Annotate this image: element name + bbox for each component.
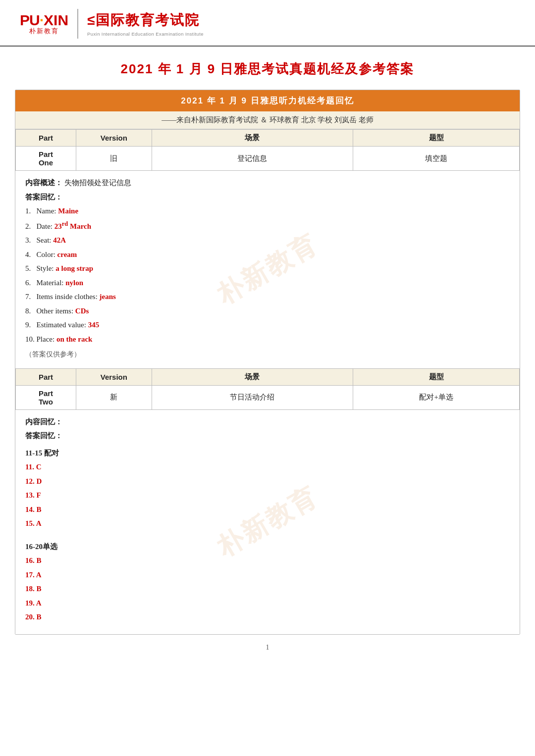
answer-13-value: F — [37, 491, 41, 499]
part-two-content-container: 朴新教育 内容回忆： 答案回忆： 11-15 配对 11. C 12. D 13… — [15, 410, 520, 634]
answer-18-num: 18. — [25, 585, 37, 593]
part-one-label: Part One — [16, 147, 76, 171]
answer-recall-label-2: 答案回忆： — [25, 429, 510, 443]
answer-15-num: 15. — [25, 519, 36, 527]
answer-7-value: jeans — [100, 293, 116, 301]
answer-12-value: D — [37, 477, 42, 485]
answer-6-prefix: Material: — [37, 279, 66, 287]
answer-13-num: 13. — [25, 491, 37, 499]
th-type-2: 题型 — [353, 368, 520, 385]
logo-institute-chinese: ≤国际教育考试院 — [87, 11, 200, 30]
answer-8: 8. Other items: CDs — [25, 304, 510, 318]
th-scene: 场景 — [152, 130, 353, 147]
content-recall-label: 内容回忆： — [25, 415, 510, 429]
part-two-version: 新 — [76, 385, 152, 409]
part-one-type: 填空题 — [353, 147, 520, 171]
part-two-label: Part Two — [16, 385, 76, 409]
answer-19-value: A — [36, 599, 42, 607]
group2-title: 16-20单选 — [25, 540, 510, 554]
answer-9-prefix: Estimated value: — [37, 321, 88, 329]
answer-9: 9. Estimated value: 345 — [25, 318, 510, 332]
answer-1-value: Maine — [58, 207, 78, 215]
answer-17-value: A — [36, 571, 42, 579]
answer-15-value: A — [36, 519, 42, 527]
th-scene-2: 场景 — [152, 368, 353, 385]
answer-2-num: 2. — [25, 222, 35, 230]
answer-20-num: 20. — [25, 613, 37, 621]
answer-14: 14. B — [25, 503, 510, 517]
answer-9-num: 9. — [25, 321, 35, 329]
answer-14-num: 14. — [25, 505, 37, 513]
answer-recall-text: 答案回忆： — [25, 193, 62, 201]
th-version-2: Version — [76, 368, 152, 385]
answer-17-num: 17. — [25, 571, 36, 579]
part-one-part: Part — [21, 150, 71, 158]
logo-divider — [77, 9, 78, 39]
part-one-name: One — [21, 158, 71, 167]
answer-1-prefix: Name: — [37, 207, 58, 215]
answer-2-value: 23rd March — [54, 222, 91, 230]
content-desc-line: 内容概述： 失物招领处登记信息 — [25, 176, 510, 190]
answer-10-prefix: Place: — [37, 335, 56, 343]
answer-recall-text-2: 答案回忆： — [25, 432, 62, 440]
answer-8-value: CDs — [75, 307, 89, 315]
answer-18: 18. B — [25, 582, 510, 596]
answer-7-prefix: Items inside clothes: — [37, 293, 100, 301]
answer-2: 2. Date: 23rd March — [25, 218, 510, 234]
part-two-part: Part — [21, 389, 71, 398]
card-header: 2021 年 1 月 9 日雅思听力机经考题回忆 — [15, 90, 520, 111]
answer-6-value: nylon — [65, 279, 83, 287]
answer-3-prefix: Seat: — [37, 236, 54, 244]
part-one-version: 旧 — [76, 147, 152, 171]
bottom-spacer — [25, 624, 510, 631]
answer-14-value: B — [37, 505, 42, 513]
part-two-type: 配对+单选 — [353, 385, 520, 409]
part-one-content-container: 朴新教育 内容概述： 失物招领处登记信息 答案回忆： 1. Name: Main… — [15, 171, 520, 368]
answer-18-value: B — [37, 585, 42, 593]
answer-10-value: on the rack — [56, 335, 93, 343]
answer-11-num: 11. — [25, 463, 36, 471]
answer-1: 1. Name: Maine — [25, 204, 510, 218]
logo-pu: PU — [20, 12, 40, 29]
part-two-content: 内容回忆： 答案回忆： 11-15 配对 11. C 12. D 13. F 1… — [15, 410, 520, 634]
answer-9-value: 345 — [88, 321, 100, 329]
content-desc-label: 内容概述： — [25, 179, 62, 187]
part-one-content: 内容概述： 失物招领处登记信息 答案回忆： 1. Name: Maine 2. … — [15, 171, 520, 368]
content-desc-value: 失物招领处登记信息 — [64, 179, 131, 187]
th-version: Version — [76, 130, 152, 147]
header: PU · XIN 朴新教育 ≤国际教育考试院 Puxin Internation… — [0, 0, 535, 47]
answer-7-num: 7. — [25, 293, 35, 301]
answer-19-num: 19. — [25, 599, 36, 607]
answer-16-value: B — [37, 556, 42, 564]
logo-institute-english: Puxin International Education Examinatio… — [87, 31, 204, 37]
answer-16-num: 16. — [25, 556, 37, 564]
th-part-2: Part — [16, 368, 76, 385]
group-spacer — [25, 531, 510, 537]
logo-puxin: PU · XIN 朴新教育 — [20, 12, 68, 36]
answer-5: 5. Style: a long strap — [25, 261, 510, 276]
answer-11: 11. C — [25, 460, 510, 474]
answer-8-num: 8. — [25, 307, 35, 315]
group1-title: 11-15 配对 — [25, 446, 510, 460]
answer-3: 3. Seat: 42A — [25, 233, 510, 248]
answer-19: 19. A — [25, 596, 510, 610]
answer-5-num: 5. — [25, 264, 35, 272]
answer-3-value: 42A — [53, 236, 66, 244]
answer-17: 17. A — [25, 568, 510, 582]
part-two-scene: 节日活动介绍 — [152, 385, 353, 409]
answer-5-prefix: Style: — [37, 264, 56, 272]
part-one-scene: 登记信息 — [152, 147, 353, 171]
answer-4-value: cream — [57, 251, 77, 258]
logo-dot: · — [40, 12, 44, 29]
answer-15: 15. A — [25, 516, 510, 531]
card-subtitle: ——来自朴新国际教育考试院 ＆ 环球教育 北京 学校 刘岚岳 老师 — [15, 111, 520, 129]
answer-1-num: 1. — [25, 207, 35, 215]
answer-16: 16. B — [25, 554, 510, 568]
page-number: 1 — [0, 635, 535, 656]
part-one-table: Part Version 场景 题型 Part One 旧 登记信息 填空题 — [15, 129, 520, 171]
answer-4-num: 4. — [25, 251, 35, 258]
answer-12: 12. D — [25, 474, 510, 489]
answer-5-value: a long strap — [55, 264, 93, 272]
logo-puxin-chinese: 朴新教育 — [29, 27, 59, 36]
answer-6-num: 6. — [25, 279, 35, 287]
